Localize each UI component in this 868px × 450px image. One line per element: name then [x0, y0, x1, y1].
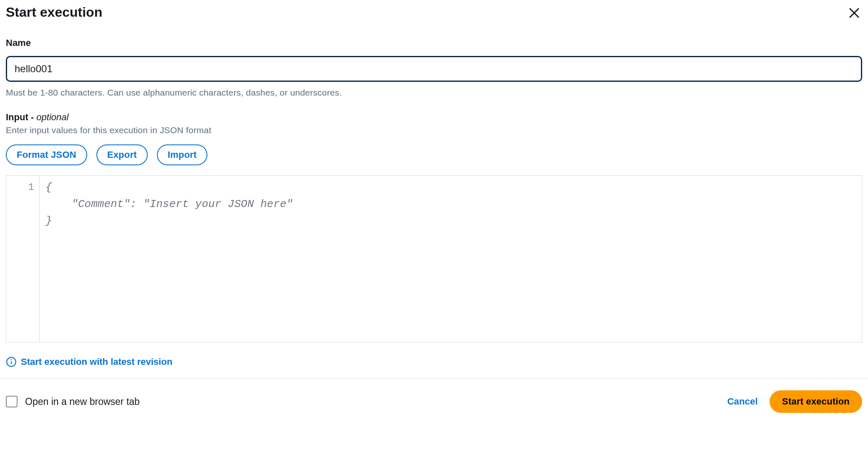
latest-revision-text: Start execution with latest revision	[21, 356, 172, 367]
input-hint: Enter input values for this execution in…	[6, 125, 862, 135]
dialog-title: Start execution	[6, 4, 102, 20]
name-input[interactable]	[6, 56, 862, 82]
gutter-line-number: 1	[6, 179, 39, 196]
export-button[interactable]: Export	[96, 144, 148, 165]
format-json-button[interactable]: Format JSON	[6, 144, 87, 165]
input-label-main: Input -	[6, 112, 36, 122]
import-button[interactable]: Import	[157, 144, 208, 165]
close-icon	[848, 7, 860, 19]
svg-point-4	[11, 359, 12, 360]
input-label-optional: optional	[36, 112, 68, 122]
json-editor[interactable]: 1 { "Comment": "Insert your JSON here" }	[6, 175, 862, 342]
editor-code[interactable]: { "Comment": "Insert your JSON here" }	[40, 176, 862, 342]
open-new-tab-checkbox-row[interactable]: Open in a new browser tab	[6, 396, 140, 407]
open-new-tab-checkbox[interactable]	[6, 396, 18, 407]
editor-gutter: 1	[6, 176, 40, 342]
input-label: Input - optional	[6, 112, 862, 123]
cancel-button[interactable]: Cancel	[727, 396, 758, 407]
name-hint: Must be 1-80 characters. Can use alphanu…	[6, 88, 862, 98]
close-button[interactable]	[846, 5, 862, 23]
name-label: Name	[6, 38, 862, 48]
open-new-tab-label: Open in a new browser tab	[25, 396, 140, 407]
latest-revision-link[interactable]: Start execution with latest revision	[6, 356, 862, 367]
info-icon	[6, 356, 17, 367]
start-execution-button[interactable]: Start execution	[770, 390, 862, 413]
